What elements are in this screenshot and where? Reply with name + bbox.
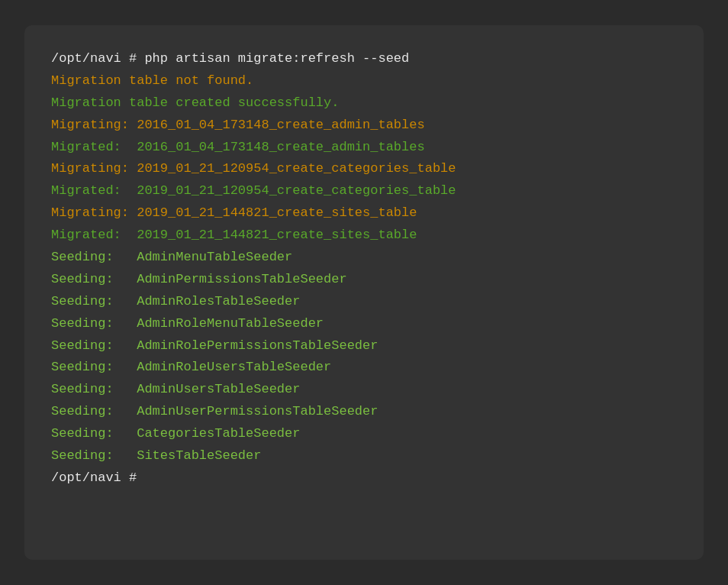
terminal-line-seeding-3: Seeding: AdminRolesTableSeeder	[51, 291, 677, 313]
terminal-line-migrating-2: Migrating: 2019_01_21_120954_create_cate…	[51, 158, 677, 180]
terminal-line-migrated-2: Migrated: 2019_01_21_120954_create_categ…	[51, 180, 677, 202]
terminal-line-seeding-7: Seeding: AdminUsersTableSeeder	[51, 379, 677, 401]
terminal-line-seeding-9: Seeding: CategoriesTableSeeder	[51, 423, 677, 445]
terminal-line-migrating-3: Migrating: 2019_01_21_144821_create_site…	[51, 202, 677, 225]
terminal-line-cmd: /opt/navi # php artisan migrate:refresh …	[51, 48, 677, 70]
terminal-line-seeding-6: Seeding: AdminRoleUsersTableSeeder	[51, 357, 677, 379]
terminal-line-migration-created: Migration table created successfully.	[51, 92, 677, 115]
terminal-line-migration-not-found: Migration table not found.	[51, 70, 677, 92]
terminal-window: /opt/navi # php artisan migrate:refresh …	[24, 25, 704, 560]
terminal-line-seeding-2: Seeding: AdminPermissionsTableSeeder	[51, 269, 677, 291]
terminal-line-seeding-4: Seeding: AdminRoleMenuTableSeeder	[51, 313, 677, 335]
terminal-line-prompt: /opt/navi #	[51, 467, 677, 490]
terminal-line-seeding-1: Seeding: AdminMenuTableSeeder	[51, 247, 677, 269]
terminal-line-migrated-1: Migrated: 2016_01_04_173148_create_admin…	[51, 137, 677, 159]
terminal-line-migrating-1: Migrating: 2016_01_04_173148_create_admi…	[51, 115, 677, 137]
terminal-line-migrated-3: Migrated: 2019_01_21_144821_create_sites…	[51, 225, 677, 247]
terminal-line-seeding-5: Seeding: AdminRolePermissionsTableSeeder	[51, 335, 677, 357]
terminal-line-seeding-10: Seeding: SitesTableSeeder	[51, 445, 677, 467]
terminal-line-seeding-8: Seeding: AdminUserPermissionsTableSeeder	[51, 401, 677, 423]
